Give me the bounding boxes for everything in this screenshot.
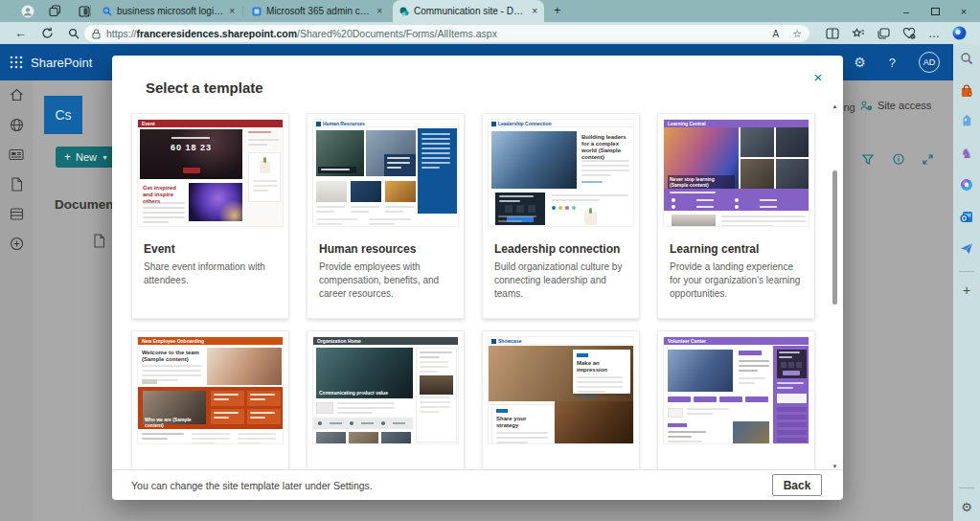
expand-icon[interactable]: [920, 151, 935, 167]
template-card-event[interactable]: Event 60 18 23 Get inspired and inspire …: [131, 113, 289, 319]
link-line: [581, 181, 603, 186]
collections-icon[interactable]: [877, 28, 890, 39]
new-tab-button[interactable]: +: [554, 3, 561, 17]
search-favicon: [103, 7, 112, 16]
url-text[interactable]: https://franceresidences.sharepoint.com/…: [106, 28, 497, 39]
skeleton-line: [777, 382, 804, 384]
send-plane-icon[interactable]: [958, 239, 975, 257]
shopping-icon[interactable]: [958, 81, 975, 99]
tab-close-icon[interactable]: ×: [532, 6, 537, 16]
template-name: Event: [144, 242, 277, 256]
tab-actions-icon[interactable]: [77, 4, 91, 18]
document-icon: [93, 234, 105, 248]
skeleton-line: [214, 417, 229, 419]
toolbar-search-icon[interactable]: [64, 24, 82, 42]
more-menu-icon[interactable]: …: [928, 27, 940, 40]
skeleton-text: [420, 351, 452, 358]
favorite-star-icon[interactable]: ☆: [792, 28, 802, 40]
dialog-scrollbar[interactable]: ▲ ▼: [831, 103, 839, 469]
create-icon[interactable]: [10, 237, 24, 251]
microsoft-365-icon[interactable]: [958, 176, 975, 193]
leadership-heading: Building leaders for a complex world (Sa…: [581, 134, 632, 161]
photo-caption: Who we are (Sample content): [145, 417, 202, 428]
admin-favicon: [252, 7, 262, 16]
template-card-showcase[interactable]: Showcase Make an impression Share your s…: [482, 330, 640, 469]
split-screen-icon[interactable]: [826, 28, 839, 39]
scrollbar-thumb[interactable]: [832, 170, 837, 305]
read-aloud-icon[interactable]: A: [772, 29, 779, 39]
favorites-icon[interactable]: [852, 28, 865, 39]
tab-close-icon[interactable]: ×: [376, 6, 382, 16]
thumb-topbar: Learning Central: [664, 120, 809, 127]
thumb-topbar: Event: [138, 120, 284, 127]
account-avatar[interactable]: AD: [919, 52, 940, 73]
restore-button[interactable]: [921, 0, 949, 22]
skeleton-line: [422, 147, 450, 149]
lock-icon[interactable]: [92, 29, 101, 39]
sidebar-link: [777, 430, 807, 435]
outlook-icon[interactable]: [958, 208, 975, 225]
sharepoint-app-name[interactable]: SharePoint: [31, 56, 92, 70]
browser-toolbar: ← https://franceresidences.sharepoint.co…: [0, 22, 980, 44]
tab-close-icon[interactable]: ×: [229, 6, 235, 16]
footer-note: You can change the site template later u…: [131, 480, 373, 491]
template-card-new-employee-onboarding[interactable]: New Employee Onboarding Welcome to the t…: [131, 330, 289, 469]
tab-admin-center[interactable]: Microsoft 365 admin center ×: [245, 0, 389, 22]
site-access-button[interactable]: Site access: [860, 100, 931, 111]
globe-icon[interactable]: [10, 118, 24, 132]
tab-search[interactable]: business microsoft login - Search ×: [96, 0, 241, 22]
profile-icon[interactable]: [20, 4, 34, 18]
skeleton-line: [192, 442, 216, 444]
announcement-placeholder: [668, 408, 683, 418]
site-logo[interactable]: Cs: [44, 96, 82, 134]
scroll-up-arrow[interactable]: ▲: [831, 103, 839, 109]
purple-button: [719, 396, 742, 402]
sidebar-settings-icon[interactable]: ⚙: [958, 498, 975, 515]
template-card-learning-central[interactable]: Learning Central Never stop learning (Sa…: [657, 113, 815, 319]
thumb-topbar: Leadership Connection: [489, 120, 634, 127]
back-icon[interactable]: ←: [11, 24, 30, 42]
template-card-organization-home[interactable]: Organization Home Communicating product …: [307, 330, 465, 469]
thumb-topbar: Volunteer Center: [664, 337, 809, 345]
home-icon[interactable]: [10, 88, 24, 102]
template-card-volunteer-center[interactable]: Volunteer Center: [657, 330, 815, 469]
add-sidebar-app-icon[interactable]: +: [958, 282, 975, 299]
template-card-leadership-connection[interactable]: Leadership Connection Building leaders f…: [482, 113, 640, 319]
footer-photo: [349, 432, 378, 444]
tab-title: business microsoft login - Search: [117, 6, 224, 16]
sidebar-search-icon[interactable]: [958, 50, 975, 67]
close-window-button[interactable]: ×: [949, 0, 978, 22]
skeleton-line: [422, 162, 450, 164]
skeleton-line: [248, 139, 279, 141]
dialog-close-icon[interactable]: ×: [807, 65, 830, 88]
skeleton-line: [143, 216, 185, 218]
hr-tile-photo: [385, 181, 416, 202]
help-icon[interactable]: ?: [889, 56, 896, 70]
news-icon[interactable]: [9, 148, 24, 161]
copilot-icon[interactable]: [952, 26, 967, 40]
skeleton-text: [248, 139, 279, 148]
address-bar[interactable]: https://franceresidences.sharepoint.com/…: [84, 25, 809, 42]
leadership-hero-photo: [491, 131, 577, 189]
template-gallery: Event 60 18 23 Get inspired and inspire …: [112, 113, 826, 469]
library-icon[interactable]: [10, 208, 24, 220]
coupons-tag-icon[interactable]: [958, 113, 975, 130]
minimize-button[interactable]: –: [892, 0, 921, 22]
waffle-icon[interactable]: [10, 56, 23, 69]
tab-communication-site[interactable]: Communication site - Document ×: [393, 0, 544, 22]
template-card-human-resources[interactable]: Human Resources Human resources: [307, 113, 465, 319]
sidebar-photo: [420, 375, 453, 395]
filter-icon[interactable]: [860, 151, 876, 167]
workspaces-icon[interactable]: [48, 4, 62, 18]
settings-gear-icon[interactable]: ⚙: [854, 55, 866, 70]
event-sidebar: [244, 127, 284, 227]
pages-icon[interactable]: [11, 177, 23, 192]
skeleton-text: [687, 408, 729, 418]
new-button[interactable]: + New ▼: [56, 147, 117, 168]
skeleton-text: [369, 218, 411, 227]
refresh-icon[interactable]: [38, 24, 57, 42]
info-icon[interactable]: [891, 151, 906, 167]
back-button[interactable]: Back: [772, 474, 822, 496]
browser-essentials-icon[interactable]: [902, 28, 916, 39]
games-icon[interactable]: ♞: [958, 145, 975, 162]
